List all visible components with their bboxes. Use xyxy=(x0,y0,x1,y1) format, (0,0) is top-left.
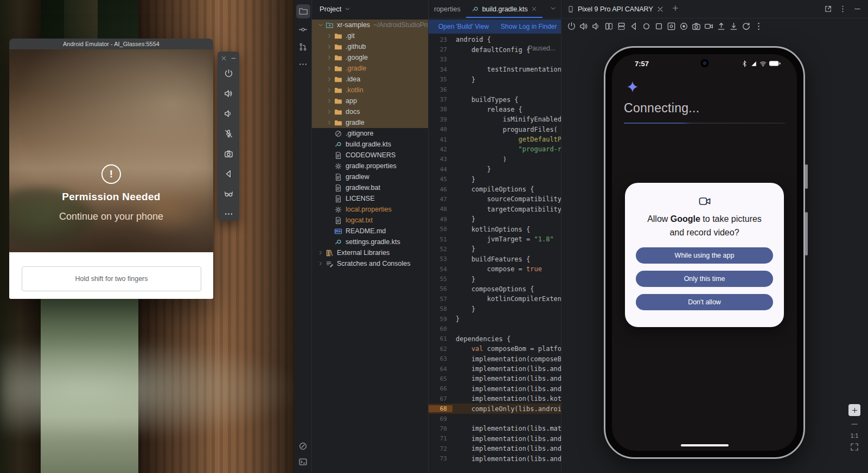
code-line[interactable]: 41 getDefaultPr xyxy=(429,135,561,144)
code-line[interactable]: 23android { xyxy=(429,35,561,44)
tree-item[interactable]: logcat.txt xyxy=(312,215,428,226)
volume-up-icon[interactable] xyxy=(579,22,589,31)
download-icon[interactable] xyxy=(729,22,738,31)
chev-right-icon[interactable] xyxy=(326,119,333,126)
code-line[interactable]: 50 kotlinOptions { xyxy=(429,224,561,234)
chev-right-icon[interactable] xyxy=(326,108,333,115)
open-in-new-icon[interactable] xyxy=(824,5,832,13)
code-line[interactable]: 61dependencies { xyxy=(429,334,561,344)
snapshot-icon[interactable] xyxy=(742,22,751,31)
minimize-icon[interactable] xyxy=(231,55,237,61)
tree-item[interactable]: app xyxy=(312,95,428,106)
tree-item[interactable]: build.gradle.kts xyxy=(312,139,428,150)
code-line[interactable]: 60 xyxy=(429,324,561,334)
tree-item[interactable]: .gradle xyxy=(312,63,428,74)
more-h-icon[interactable] xyxy=(224,209,233,219)
code-line[interactable]: 45 } xyxy=(429,174,561,184)
chev-right-icon[interactable] xyxy=(326,76,333,82)
tree-item[interactable]: LICENSE xyxy=(312,193,428,204)
volume-down-icon[interactable] xyxy=(592,22,601,31)
tree-item[interactable]: README.md xyxy=(312,226,428,237)
code-line[interactable]: 73 implementation(libs.andr xyxy=(429,453,561,463)
mic-off-icon[interactable] xyxy=(224,129,233,138)
home-indicator[interactable] xyxy=(681,444,729,446)
tree-item[interactable]: .git xyxy=(312,30,428,41)
chev-right-icon[interactable] xyxy=(317,250,324,256)
volume-up-icon[interactable] xyxy=(224,89,233,98)
chev-down-icon[interactable] xyxy=(317,22,324,28)
tab-gradle-properties[interactable]: roperties xyxy=(429,0,466,18)
chev-down-icon[interactable] xyxy=(550,5,557,12)
code-line[interactable]: 72 implementation(libs.andr xyxy=(429,444,561,453)
code-line[interactable]: 65 implementation(libs.andr xyxy=(429,374,561,383)
code-line[interactable]: 64 implementation(libs.andr xyxy=(429,364,561,374)
code-line[interactable]: 37 buildTypes { xyxy=(429,94,561,104)
back-icon[interactable] xyxy=(224,169,233,178)
code-line[interactable]: 67 implementation(libs.kotl xyxy=(429,394,561,404)
chev-right-icon[interactable] xyxy=(326,33,333,39)
permission-button[interactable]: Only this time xyxy=(636,271,773,287)
project-folder-icon[interactable] xyxy=(296,4,310,18)
tree-item[interactable]: .kotlin xyxy=(312,85,428,95)
tree-item[interactable]: settings.gradle.kts xyxy=(312,237,428,247)
code-line[interactable]: 70 implementation(libs.mate xyxy=(429,424,561,433)
minimize-icon[interactable] xyxy=(853,5,861,13)
code-line[interactable]: 52 } xyxy=(429,244,561,254)
emulator-display[interactable]: ! Permission Needed Continue on your pho… xyxy=(9,49,213,252)
terminal-icon[interactable] xyxy=(298,457,308,466)
project-panel-header[interactable]: Project xyxy=(312,0,428,18)
code-line[interactable]: 71 implementation(libs.andr xyxy=(429,434,561,444)
code-line[interactable]: 44 } xyxy=(429,164,561,174)
screenshot-icon[interactable] xyxy=(667,22,676,31)
more-h-icon[interactable] xyxy=(298,60,308,69)
chev-right-icon[interactable] xyxy=(326,65,333,72)
code-line[interactable]: 36 xyxy=(429,85,561,94)
back-icon[interactable] xyxy=(629,22,639,31)
glasses-icon[interactable] xyxy=(224,189,233,199)
close-icon[interactable] xyxy=(656,5,664,13)
tree-item[interactable]: .github xyxy=(312,41,428,52)
plus-icon[interactable] xyxy=(672,4,679,12)
tree-item[interactable]: local.properties xyxy=(312,204,428,215)
chev-right-icon[interactable] xyxy=(326,98,333,104)
camera-icon[interactable] xyxy=(224,149,233,158)
code-editor[interactable]: 23android {27 defaultConfig {3334 testIn… xyxy=(429,35,561,473)
pencil-circle-icon[interactable] xyxy=(298,442,308,451)
minus-icon[interactable] xyxy=(850,420,859,429)
tab-build-gradle-kts[interactable]: build.gradle.kts xyxy=(466,0,542,18)
chev-right-icon[interactable] xyxy=(326,43,333,50)
code-line[interactable]: 68 compileOnly(libs.android xyxy=(429,404,561,413)
screen-record-icon[interactable] xyxy=(679,22,688,31)
chev-down-icon[interactable] xyxy=(344,5,351,12)
volume-down-icon[interactable] xyxy=(224,109,233,118)
code-line[interactable]: 59} xyxy=(429,314,561,324)
tree-item[interactable]: CODEOWNERS xyxy=(312,150,428,161)
code-line[interactable]: 38 release { xyxy=(429,105,561,114)
fit-screen-icon[interactable] xyxy=(850,443,859,451)
tree-item[interactable]: gradlew xyxy=(312,171,428,182)
tree-item[interactable]: gradle xyxy=(312,117,428,128)
tree-item[interactable]: External Libraries xyxy=(312,247,428,258)
code-line[interactable]: 57 kotlinCompilerExtens xyxy=(429,294,561,304)
power-icon[interactable] xyxy=(224,69,233,78)
close-icon[interactable] xyxy=(531,6,537,12)
code-line[interactable]: 55 } xyxy=(429,274,561,284)
code-line[interactable]: 34 testInstrumentationR xyxy=(429,65,561,74)
upload-icon[interactable] xyxy=(717,22,726,31)
code-line[interactable]: 40 proguardFiles( xyxy=(429,125,561,135)
code-line[interactable]: 43 ) xyxy=(429,155,561,164)
code-line[interactable]: 48 targetCompatibility xyxy=(429,204,561,214)
tree-item[interactable]: gradlew.bat xyxy=(312,182,428,193)
camera-icon[interactable] xyxy=(692,22,701,31)
tree-item[interactable]: Scratches and Consoles xyxy=(312,258,428,269)
pull-request-icon[interactable] xyxy=(298,42,308,52)
code-line[interactable]: 47 sourceCompatibility xyxy=(429,194,561,204)
zoom-in-button[interactable] xyxy=(848,404,860,416)
code-line[interactable]: 53 buildFeatures { xyxy=(429,254,561,264)
open-build-view-link[interactable]: Open 'Build' View xyxy=(438,23,489,30)
code-line[interactable]: 54 compose = true xyxy=(429,264,561,274)
fold-portrait-icon[interactable] xyxy=(604,22,614,31)
permission-button[interactable]: While using the app xyxy=(636,247,773,264)
code-line[interactable]: 35 } xyxy=(429,75,561,85)
tree-item[interactable]: docs xyxy=(312,106,428,117)
